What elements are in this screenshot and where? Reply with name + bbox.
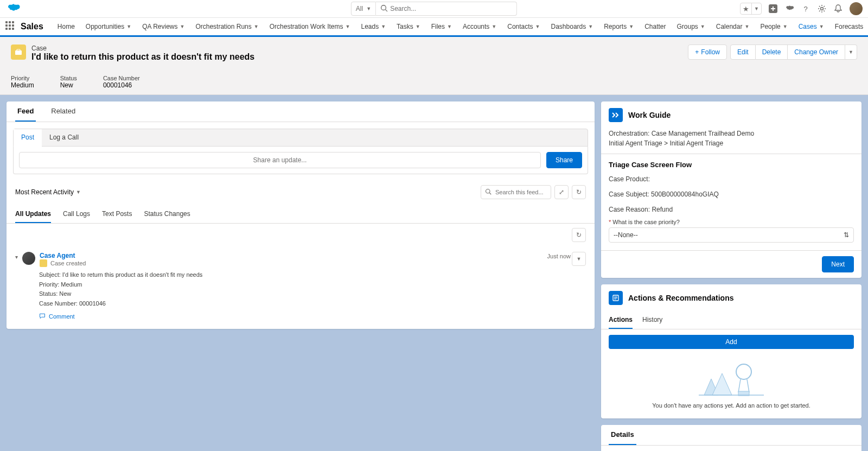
nav-item-label: Accounts: [463, 23, 489, 30]
priority-question-label: * What is the case priority?: [609, 219, 854, 225]
tab-related[interactable]: Related: [49, 101, 78, 122]
more-actions-button[interactable]: ▼: [845, 45, 857, 60]
priority-select[interactable]: --None-- ⇅: [609, 227, 854, 243]
chevron-down-icon: ▼: [254, 24, 259, 29]
filter-status-changes[interactable]: Status Changes: [144, 206, 190, 223]
feed-body: Subject: I'd like to return this product…: [39, 270, 586, 308]
chevron-down-icon: ▼: [180, 24, 184, 29]
work-guide-body: Case Product: Case Subject: 500B00000084…: [601, 175, 861, 250]
nav-item-label: Files: [431, 23, 445, 30]
details-tab[interactable]: Details: [609, 425, 636, 445]
feed-refresh-button[interactable]: ↻: [572, 185, 586, 199]
nav-item-dashboards[interactable]: Dashboards▼: [546, 18, 599, 35]
composer-tab-post[interactable]: Post: [14, 129, 42, 147]
expand-icon[interactable]: ▾: [15, 254, 18, 260]
search-scope-label: All: [356, 5, 363, 12]
nav-item-files[interactable]: Files▼: [426, 18, 457, 35]
record-title: I'd like to return this product as it do…: [31, 52, 254, 62]
share-button[interactable]: Share: [546, 152, 582, 168]
nav-item-label: People: [760, 23, 780, 30]
header-utility-icons: ★ ▼ ?: [740, 2, 863, 15]
nav-item-forecasts[interactable]: Forecasts: [829, 18, 868, 35]
nav-item-label: Reports: [604, 23, 627, 30]
salesforce-help-icon[interactable]: [784, 4, 794, 14]
feed-refresh-button-2[interactable]: ↻: [572, 228, 586, 242]
comment-link[interactable]: Comment: [49, 313, 75, 320]
add-icon[interactable]: [768, 4, 778, 14]
feed-sort-label: Most Recent Activity: [15, 188, 74, 196]
filter-all-updates[interactable]: All Updates: [15, 206, 51, 223]
nav-item-chatter[interactable]: Chatter: [639, 18, 671, 35]
composer-tab-log-call[interactable]: Log a Call: [42, 129, 86, 146]
feed-line-status: Status: New: [39, 289, 586, 299]
nav-item-label: Contacts: [507, 23, 533, 30]
nav-item-qa-reviews[interactable]: QA Reviews▼: [137, 18, 190, 35]
svg-line-1: [386, 10, 388, 12]
select-caret-icon: ⇅: [844, 231, 849, 239]
work-guide-card: Work Guide Orchestration: Case Managemen…: [601, 101, 861, 278]
nav-item-home[interactable]: Home: [52, 18, 80, 35]
nav-item-contacts[interactable]: Contacts▼: [502, 18, 545, 35]
bell-icon[interactable]: [833, 4, 843, 14]
feed-author-link[interactable]: Case Agent: [40, 252, 75, 259]
nav-item-label: Chatter: [644, 23, 666, 30]
salesforce-logo[interactable]: [5, 3, 21, 14]
gear-icon[interactable]: [817, 4, 827, 14]
nav-item-people[interactable]: People▼: [755, 18, 793, 35]
chevron-down-icon: ▼: [76, 189, 81, 195]
feed-event-label: Case created: [50, 260, 86, 266]
filter-call-logs[interactable]: Call Logs: [63, 206, 90, 223]
empty-illustration: [609, 360, 854, 398]
subtab-actions[interactable]: Actions: [609, 312, 633, 329]
nav-item-accounts[interactable]: Accounts▼: [457, 18, 502, 35]
nav-item-opportunities[interactable]: Opportunities▼: [80, 18, 137, 35]
app-launcher-icon[interactable]: [5, 21, 14, 32]
follow-button[interactable]: + Follow: [688, 45, 727, 60]
favorites-split-button[interactable]: ★ ▼: [740, 3, 762, 15]
add-action-button[interactable]: Add: [609, 335, 854, 349]
chevron-down-icon: ▼: [535, 24, 540, 29]
next-button[interactable]: Next: [822, 256, 854, 272]
feed-sort-button[interactable]: Most Recent Activity ▼: [15, 188, 81, 196]
nav-item-tasks[interactable]: Tasks▼: [391, 18, 426, 35]
nav-item-orchestration-work-items[interactable]: Orchestration Work Items▼: [264, 18, 356, 35]
svg-rect-5: [17, 49, 20, 51]
filter-text-posts[interactable]: Text Posts: [102, 206, 132, 223]
nav-item-reports[interactable]: Reports▼: [598, 18, 639, 35]
search-scope-selector[interactable]: All ▼: [351, 2, 376, 16]
body-container: Feed Related Post Log a Call Share Most …: [0, 95, 868, 451]
nav-item-leads[interactable]: Leads▼: [355, 18, 391, 35]
share-update-input[interactable]: [19, 152, 541, 168]
feed-filters: All Updates Call Logs Text Posts Status …: [7, 206, 595, 224]
nav-item-cases[interactable]: Cases▼: [793, 18, 829, 35]
chevron-down-icon: ▼: [577, 256, 582, 262]
user-avatar[interactable]: [850, 2, 863, 15]
plus-icon: +: [695, 48, 699, 56]
field-value-priority: Medium: [11, 81, 34, 89]
change-owner-button[interactable]: Change Owner: [788, 45, 845, 60]
feed-line-subject: Subject: I'd like to return this product…: [39, 270, 586, 280]
chevron-down-icon: ▼: [381, 24, 386, 29]
feed-author-avatar[interactable]: [22, 252, 35, 265]
feed-expand-button[interactable]: ⤢: [554, 185, 569, 199]
global-search-input[interactable]: [376, 2, 517, 16]
delete-button[interactable]: Delete: [756, 45, 788, 60]
nav-item-groups[interactable]: Groups▼: [671, 18, 710, 35]
edit-button[interactable]: Edit: [730, 45, 756, 60]
svg-line-12: [738, 379, 741, 392]
subtab-history[interactable]: History: [642, 312, 662, 329]
nav-item-calendar[interactable]: Calendar▼: [711, 18, 755, 35]
global-header: All ▼ ★ ▼ ?: [0, 0, 868, 17]
question-icon[interactable]: ?: [801, 4, 810, 14]
feed-item-menu-button[interactable]: ▼: [572, 252, 586, 266]
svg-point-0: [381, 5, 386, 10]
feed-line-priority: Priority: Medium: [39, 280, 586, 290]
priority-question-text: What is the case priority?: [612, 219, 680, 225]
field-label-casenumber: Case Number: [103, 75, 140, 81]
chevron-down-icon: ▼: [366, 6, 371, 11]
tab-feed[interactable]: Feed: [15, 101, 36, 122]
chevron-down-icon: ▼: [819, 24, 824, 29]
record-actions: + Follow Edit Delete Change Owner ▼: [688, 45, 857, 60]
nav-item-orchestration-runs[interactable]: Orchestration Runs▼: [190, 18, 264, 35]
nav-item-label: Forecasts: [835, 23, 864, 30]
